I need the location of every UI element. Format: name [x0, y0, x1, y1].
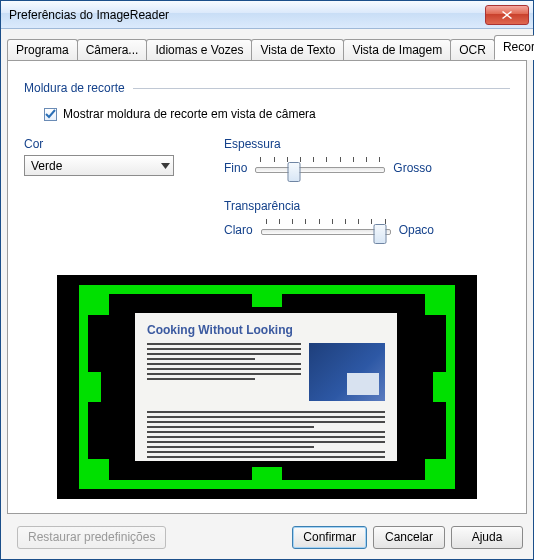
- tab-vista-imagem[interactable]: Vista de Imagem: [343, 39, 451, 61]
- transparency-label: Transparência: [224, 199, 510, 213]
- transparency-slider[interactable]: [261, 217, 391, 243]
- preferences-dialog: Preferências do ImageReader Programa Câm…: [0, 0, 534, 560]
- controls-row: Cor Verde Espessura Fino: [24, 137, 510, 261]
- color-label: Cor: [24, 137, 194, 151]
- thickness-max-label: Grosso: [393, 161, 432, 175]
- crop-frame[interactable]: [79, 285, 455, 489]
- crop-handle-b[interactable]: [252, 467, 282, 489]
- transparency-max-label: Opaco: [399, 223, 434, 237]
- close-icon: [502, 11, 512, 19]
- tab-camera[interactable]: Câmera...: [77, 39, 148, 61]
- confirm-button[interactable]: Confirmar: [292, 526, 367, 549]
- crop-handle-tl[interactable]: [79, 285, 109, 315]
- preview-area: Cooking Without Looking: [57, 275, 477, 499]
- cancel-button[interactable]: Cancelar: [373, 526, 445, 549]
- thickness-slider[interactable]: [255, 155, 385, 181]
- group-title: Moldura de recorte: [24, 81, 125, 95]
- checkbox-label: Mostrar moldura de recorte em vista de c…: [63, 107, 316, 121]
- color-value: Verde: [31, 159, 157, 173]
- transparency-min-label: Claro: [224, 223, 253, 237]
- help-button[interactable]: Ajuda: [451, 526, 523, 549]
- chevron-down-icon: [157, 163, 173, 169]
- tab-programa[interactable]: Programa: [7, 39, 78, 61]
- restore-defaults-button[interactable]: Restaurar predefinições: [17, 526, 166, 549]
- thickness-label: Espessura: [224, 137, 510, 151]
- thickness-min-label: Fino: [224, 161, 247, 175]
- crop-handle-bl[interactable]: [79, 459, 109, 489]
- color-combobox[interactable]: Verde: [24, 155, 174, 176]
- crop-handle-l[interactable]: [79, 372, 101, 402]
- crop-handle-br[interactable]: [425, 459, 455, 489]
- group-divider: [133, 88, 510, 89]
- tab-strip: Programa Câmera... Idiomas e Vozes Vista…: [1, 29, 533, 60]
- crop-handle-r[interactable]: [433, 372, 455, 402]
- tab-panel: Moldura de recorte Mostrar moldura de re…: [7, 60, 527, 514]
- thickness-slider-thumb[interactable]: [288, 162, 301, 182]
- window-title: Preferências do ImageReader: [9, 8, 485, 22]
- tab-vista-texto[interactable]: Vista de Texto: [251, 39, 344, 61]
- tab-recortar-imagem[interactable]: Recortar imagem: [494, 35, 534, 60]
- tab-ocr[interactable]: OCR: [450, 39, 495, 61]
- titlebar: Preferências do ImageReader: [1, 1, 533, 29]
- tab-idiomas[interactable]: Idiomas e Vozes: [146, 39, 252, 61]
- group-header: Moldura de recorte: [24, 81, 510, 95]
- checkbox-icon: [44, 108, 57, 121]
- close-button[interactable]: [485, 5, 529, 25]
- crop-handle-tr[interactable]: [425, 285, 455, 315]
- crop-handle-t[interactable]: [252, 285, 282, 307]
- dialog-footer: Restaurar predefinições Confirmar Cancel…: [1, 520, 533, 559]
- transparency-slider-thumb[interactable]: [374, 224, 387, 244]
- show-crop-frame-option[interactable]: Mostrar moldura de recorte em vista de c…: [44, 107, 510, 121]
